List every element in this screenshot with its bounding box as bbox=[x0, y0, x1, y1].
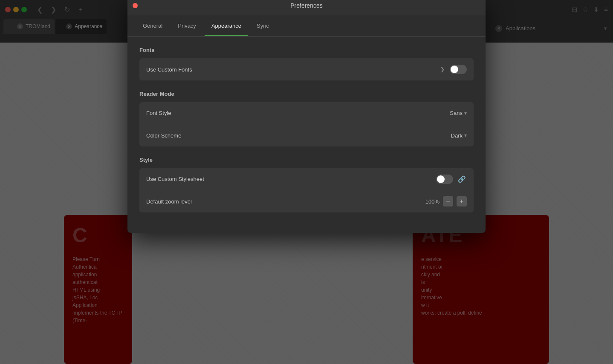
font-style-value: Sans bbox=[450, 110, 463, 116]
font-style-arrow-icon: ▾ bbox=[464, 110, 467, 116]
font-style-dropdown[interactable]: Sans ▾ bbox=[450, 110, 467, 116]
use-custom-fonts-row: Use Custom Fonts ❯ bbox=[139, 58, 474, 80]
use-custom-stylesheet-label: Use Custom Stylesheet bbox=[146, 176, 436, 182]
reader-mode-section-title: Reader Mode bbox=[139, 91, 474, 97]
custom-fonts-chevron-icon: ❯ bbox=[440, 66, 445, 72]
default-zoom-level-row: Default zoom level 100% − + bbox=[139, 190, 474, 212]
tab-appearance-pref[interactable]: Appearance bbox=[205, 19, 248, 32]
zoom-decrease-button[interactable]: − bbox=[443, 196, 453, 206]
tab-general[interactable]: General bbox=[136, 19, 169, 32]
use-custom-fonts-toggle-knob bbox=[451, 66, 458, 73]
zoom-increase-button[interactable]: + bbox=[457, 196, 467, 206]
dialog-content: Fonts Use Custom Fonts ❯ Reader Mode Fon… bbox=[127, 37, 486, 233]
zoom-value: 100% bbox=[422, 198, 440, 205]
dialog-title: Preferences bbox=[290, 2, 322, 9]
font-style-row: Font Style Sans ▾ bbox=[139, 102, 474, 124]
reader-mode-settings-group: Font Style Sans ▾ Color Scheme Dark ▾ bbox=[139, 102, 474, 146]
dialog-tabs: General Privacy Appearance Sync bbox=[127, 15, 486, 37]
font-style-label: Font Style bbox=[146, 110, 450, 116]
color-scheme-value: Dark bbox=[451, 132, 463, 139]
fonts-section-title: Fonts bbox=[139, 47, 474, 53]
stylesheet-link-icon[interactable]: 🔗 bbox=[457, 174, 467, 184]
zoom-controls: 100% − + bbox=[422, 196, 467, 206]
dialog-titlebar: Preferences bbox=[127, 0, 486, 15]
dialog-traffic-light[interactable] bbox=[133, 3, 138, 8]
color-scheme-dropdown[interactable]: Dark ▾ bbox=[451, 132, 467, 139]
color-scheme-arrow-icon: ▾ bbox=[464, 132, 467, 138]
fonts-settings-group: Use Custom Fonts ❯ bbox=[139, 58, 474, 80]
default-zoom-label: Default zoom level bbox=[146, 198, 422, 205]
use-custom-stylesheet-row: Use Custom Stylesheet 🔗 bbox=[139, 168, 474, 190]
use-custom-fonts-label: Use Custom Fonts bbox=[146, 66, 440, 73]
color-scheme-label: Color Scheme bbox=[146, 132, 451, 139]
preferences-dialog: Preferences General Privacy Appearance S… bbox=[127, 0, 486, 233]
use-custom-stylesheet-toggle-knob bbox=[437, 175, 445, 183]
use-custom-stylesheet-toggle[interactable] bbox=[436, 175, 453, 184]
use-custom-fonts-toggle[interactable] bbox=[450, 65, 467, 74]
tab-sync[interactable]: Sync bbox=[250, 19, 276, 32]
color-scheme-row: Color Scheme Dark ▾ bbox=[139, 124, 474, 146]
style-section-title: Style bbox=[139, 157, 474, 163]
modal-overlay: Preferences General Privacy Appearance S… bbox=[0, 0, 613, 364]
style-settings-group: Use Custom Stylesheet 🔗 Default zoom lev… bbox=[139, 168, 474, 212]
tab-privacy[interactable]: Privacy bbox=[171, 19, 203, 32]
